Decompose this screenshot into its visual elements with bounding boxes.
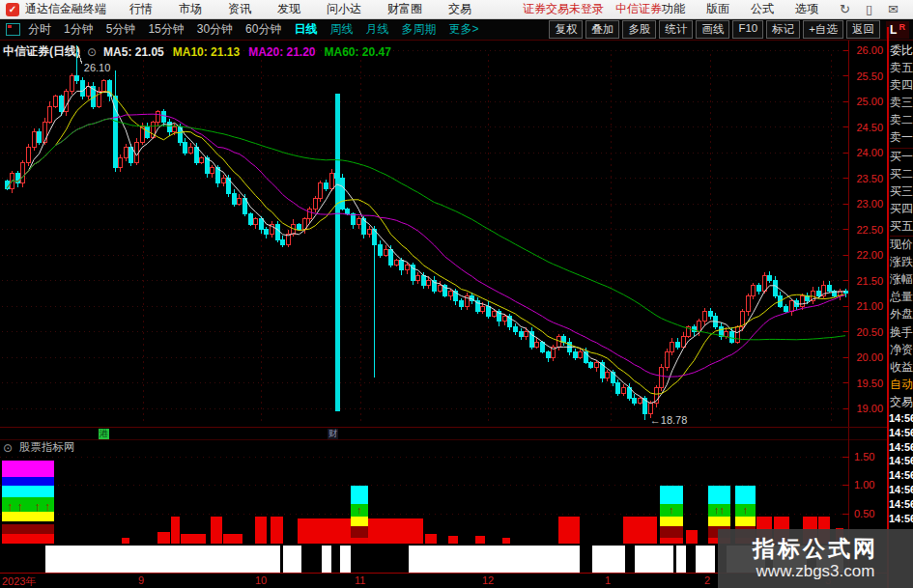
menubar-item-6[interactable]: 交易 xyxy=(448,1,471,17)
window-icon[interactable] xyxy=(6,23,20,36)
menubar-item-2[interactable]: 资讯 xyxy=(228,1,251,17)
period-tab-8[interactable]: 月线 xyxy=(365,21,388,38)
toolbar-button-3[interactable]: 统计 xyxy=(659,20,693,39)
quote-panel[interactable]: 委比卖五卖四卖三卖二卖一买一买二买三买四买五现价涨跌涨幅总量外盘换手净资收益自动… xyxy=(890,42,913,409)
quote-row-卖四[interactable]: 卖四 xyxy=(890,77,913,95)
legend-stripe xyxy=(2,524,54,534)
legend-up-arrows: ↑↑ ↑↑ xyxy=(7,499,55,514)
quote-row-卖二[interactable]: 卖二 xyxy=(890,112,913,129)
period-tab-10[interactable]: 更多> xyxy=(448,21,478,38)
quote-row-外盘[interactable]: 外盘 xyxy=(890,306,913,323)
quote-row-买一[interactable]: 买一 xyxy=(890,149,913,166)
menubar-item-0[interactable]: 行情 xyxy=(129,1,153,17)
candle-body xyxy=(546,352,550,357)
quote-row-总量[interactable]: 总量 xyxy=(890,289,913,306)
quote-row-换手[interactable]: 换手 xyxy=(890,324,913,342)
indicator-dot-icon[interactable]: ⊙ xyxy=(87,45,97,59)
indicator-axis-tick xyxy=(842,457,849,458)
menubar-item-1[interactable]: 市场 xyxy=(179,1,202,17)
axis-marker-财[interactable]: 财 xyxy=(328,429,338,439)
quote-row-买五[interactable]: 买五 xyxy=(890,218,913,237)
quote-row-卖三[interactable]: 卖三 xyxy=(890,95,913,112)
indicator-axis-tick xyxy=(842,514,849,515)
menubar-item-5[interactable]: 财富圈 xyxy=(387,1,422,17)
candle-body xyxy=(378,244,382,255)
menubar-item-3[interactable]: 发现 xyxy=(277,1,300,17)
quote-row-买二[interactable]: 买二 xyxy=(890,166,913,183)
toolbar-button-1[interactable]: 叠加 xyxy=(585,20,619,39)
toolbar-button-5[interactable]: F10 xyxy=(732,20,763,39)
signal-column-stripe xyxy=(351,526,368,538)
candle-body xyxy=(53,97,57,107)
candle-body xyxy=(789,301,793,312)
toolbar-button-4[interactable]: 画线 xyxy=(696,20,729,39)
period-tab-0[interactable]: 分时 xyxy=(28,21,51,38)
candle-body xyxy=(254,219,258,224)
quote-row-涨跌[interactable]: 涨跌 xyxy=(890,254,913,271)
menubar-item-4[interactable]: 问小达 xyxy=(327,1,361,17)
candle-body xyxy=(486,306,490,317)
period-tab-6[interactable]: 日线 xyxy=(294,21,317,38)
candle-body xyxy=(400,260,404,270)
candle-body xyxy=(529,332,533,348)
menubar-right-item-1[interactable]: 版面 xyxy=(706,1,729,17)
candle-body xyxy=(627,388,631,399)
quote-row-买三[interactable]: 买三 xyxy=(890,183,913,201)
quote-row-现价[interactable]: 现价 xyxy=(890,237,913,254)
candle-body xyxy=(438,286,442,291)
up-arrow-icon: ↑ xyxy=(660,504,683,517)
quote-row-卖一[interactable]: 卖一 xyxy=(890,129,913,148)
legend-stripe xyxy=(2,461,54,477)
price-tick-label: 22.50 xyxy=(856,224,883,236)
candle-body xyxy=(670,342,674,352)
period-tab-3[interactable]: 15分钟 xyxy=(148,21,184,38)
period-tab-5[interactable]: 60分钟 xyxy=(245,21,281,38)
toolbar-button-7[interactable]: +自选 xyxy=(803,20,843,39)
legend-stripe xyxy=(2,486,54,497)
refresh-icon[interactable]: ↻ xyxy=(840,2,850,16)
phone-icon[interactable]: ▯ xyxy=(866,2,872,16)
white-band-segment xyxy=(409,546,580,573)
quote-row-涨幅[interactable]: 涨幅 xyxy=(890,271,913,289)
quote-row-自动[interactable]: 自动 xyxy=(890,377,913,394)
quote-row-净资[interactable]: 净资 xyxy=(890,342,913,359)
toolbar-button-2[interactable]: 多股 xyxy=(622,20,656,39)
app-logo-icon[interactable]: ✓ xyxy=(6,3,19,16)
tick-times-list[interactable]: 14:5614:5614:5614:5614:5614:5614:5614:56 xyxy=(889,412,913,526)
candle-body xyxy=(275,224,279,239)
candle-body xyxy=(243,199,246,214)
quote-row-收益[interactable]: 收益 xyxy=(890,359,913,377)
quote-row-卖五[interactable]: 卖五 xyxy=(890,60,913,77)
trade-broker-label[interactable]: 中信证券 xyxy=(615,1,662,17)
toolbar-button-8[interactable]: 返回 xyxy=(846,20,880,39)
period-tab-4[interactable]: 30分钟 xyxy=(197,21,233,38)
period-tab-1[interactable]: 1分钟 xyxy=(64,21,94,38)
menubar-right-item-3[interactable]: 选项 xyxy=(795,1,818,17)
menubar-right-item-0[interactable]: 功能 xyxy=(662,1,685,17)
period-tab-2[interactable]: 5分钟 xyxy=(106,21,136,38)
menubar: ✓ 通达信金融终端 行情市场资讯发现问小达财富圈交易 证券交易未登录 中信证券 … xyxy=(0,0,913,19)
symbol-title: 中信证券(日线) xyxy=(3,43,80,60)
toolbar-button-6[interactable]: 标记 xyxy=(766,20,800,39)
menubar-right-item-2[interactable]: 公式 xyxy=(751,1,774,17)
quote-row-交易[interactable]: 交易 xyxy=(890,394,913,409)
indicator-badge-icon[interactable]: ⊙ xyxy=(3,441,13,455)
toolbar-button-0[interactable]: 复权 xyxy=(549,20,583,39)
axis-marker-港[interactable]: 港 xyxy=(99,429,109,439)
candle-body xyxy=(221,179,225,183)
candle-body xyxy=(768,275,772,280)
period-tab-9[interactable]: 多周期 xyxy=(401,21,436,38)
candle-body xyxy=(308,209,312,219)
candle-body xyxy=(405,266,409,270)
candle-body xyxy=(124,148,128,158)
quote-row-买四[interactable]: 买四 xyxy=(890,201,913,218)
candle-body xyxy=(346,209,350,213)
trade-login-status[interactable]: 证券交易未登录 xyxy=(523,1,604,17)
mail-icon[interactable]: ✉ xyxy=(888,2,899,16)
main-chart-canvas[interactable]: 26.0025.5025.0024.5024.0023.5023.0022.50… xyxy=(0,41,887,428)
period-tab-7[interactable]: 周线 xyxy=(329,21,353,38)
quote-row-委比[interactable]: 委比 xyxy=(890,42,913,60)
ma-value-3: MA60: 20.47 xyxy=(325,45,391,59)
lr-badge[interactable]: L R xyxy=(886,21,909,39)
signal-column-stripe xyxy=(660,526,683,538)
